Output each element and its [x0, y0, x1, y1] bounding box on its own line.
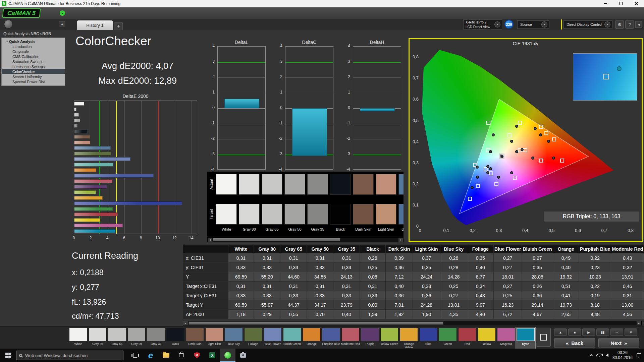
start-button[interactable]	[0, 349, 16, 362]
patch-gray-65[interactable]: Gray 65	[107, 327, 127, 349]
de-bar-blue-flower	[74, 157, 130, 161]
table-horizontal-scrollbar[interactable]: ◄ ►	[183, 321, 642, 325]
patch-light-skin[interactable]: Light Skin	[205, 327, 224, 349]
task-view-button[interactable]	[127, 349, 143, 362]
sidebar-item-saturation-sweeps[interactable]: Saturation Sweeps	[2, 59, 65, 64]
table-cell: 0,25	[440, 282, 467, 291]
de-bar-gray-50	[74, 119, 80, 122]
cie-measured-orange	[547, 140, 550, 143]
patch-dark-skin[interactable]: Dark Skin	[185, 327, 205, 349]
excel-button[interactable]: X	[205, 349, 220, 362]
settings-button[interactable]: ⚙	[615, 20, 624, 29]
play-button[interactable]: ▶	[582, 328, 595, 336]
swatch-label: Black	[330, 227, 351, 231]
mcafee-button[interactable]: M	[189, 349, 205, 362]
sidebar-item-luminance-sweeps[interactable]: Luminance Sweeps	[2, 64, 65, 69]
sidebar-root-quick-analysis[interactable]: ▾Quick Analysis	[2, 39, 65, 44]
file-explorer-button[interactable]	[158, 349, 174, 362]
snipping-tool-button[interactable]	[235, 349, 251, 362]
next-button[interactable]: Next »	[598, 338, 639, 348]
table-cell: 44,37	[280, 300, 307, 310]
network-icon[interactable]	[596, 354, 602, 357]
taskbar-search[interactable]	[16, 351, 123, 360]
help-button[interactable]: ?	[625, 20, 634, 29]
patch-gray-80[interactable]: Gray 80	[88, 327, 107, 349]
scroll-left-icon[interactable]: ◄	[183, 321, 188, 325]
patch-blue[interactable]: Blue	[419, 327, 438, 349]
table-cell: 9,48	[579, 310, 611, 319]
axis-tick: -1	[211, 121, 215, 125]
swatch-horizontal-scrollbar[interactable]: ◄ ►	[207, 237, 404, 242]
patch-blue-sky[interactable]: Blue Sky	[224, 327, 244, 349]
edge-button[interactable]: e	[143, 349, 158, 362]
patch-yellow[interactable]: Yellow	[477, 327, 496, 349]
volume-icon[interactable]	[606, 354, 608, 357]
maximize-button[interactable]	[613, 0, 629, 7]
current-reading-x: x: 0,2188	[72, 268, 104, 277]
patch-bluish-green[interactable]: Bluish Green	[282, 327, 302, 349]
patch-purplish-blue[interactable]: Purplish Blue	[321, 327, 341, 349]
pattern-window-button[interactable]	[536, 328, 551, 347]
stop-button[interactable]: ■	[568, 328, 581, 336]
patch-red[interactable]: Red	[458, 327, 477, 349]
sidebar-item-screen-uniformity[interactable]: Screen Uniformity	[2, 74, 65, 79]
add-tab-button[interactable]: +	[114, 22, 123, 30]
taskbar-search-input[interactable]	[25, 353, 120, 358]
patch-orange-yellow[interactable]: Orange Yellow	[399, 327, 419, 349]
sidebar-item-introduction[interactable]: Introduction	[2, 44, 65, 49]
patch-orange[interactable]: Orange	[302, 327, 321, 349]
table-cell: 0,37	[413, 253, 440, 263]
action-center-icon[interactable]	[637, 353, 641, 357]
logo-menu-button[interactable]: ▼	[60, 10, 65, 16]
patch-blue-flower[interactable]: Blue Flower	[263, 327, 282, 349]
axis-tick: 0	[419, 228, 421, 233]
patch-swatch	[400, 328, 418, 341]
pause-button[interactable]: ▮▮	[596, 328, 609, 336]
back-button[interactable]: « Back	[554, 338, 595, 348]
scroll-left-icon[interactable]: ◄	[208, 238, 212, 242]
swatch-actual-gray-50	[284, 174, 305, 195]
patch-white[interactable]: White	[68, 327, 88, 349]
patch-green[interactable]: Green	[438, 327, 458, 349]
scrollbar-thumb[interactable]	[189, 321, 443, 325]
eject-button[interactable]: ▲	[554, 328, 567, 336]
meter-status-badge[interactable]: 229	[504, 20, 514, 29]
patch-black[interactable]: Black	[166, 327, 185, 349]
meter-dropdown-arrow[interactable]: ▼	[494, 21, 500, 27]
scroll-right-icon[interactable]: ►	[637, 321, 641, 325]
axis-tick: 0,7	[601, 228, 607, 233]
patch-moderate-red[interactable]: Moderate Red	[341, 327, 360, 349]
patch-foliage[interactable]: Foliage	[244, 327, 263, 349]
more-button[interactable]: ▼	[625, 328, 637, 336]
patch-magenta[interactable]: Magenta	[496, 327, 516, 349]
swatch-target-gray-35	[307, 204, 328, 225]
table-row-x-cie31: x: CIE310,310,310,310,310,310,260,390,37…	[183, 253, 644, 263]
patch-gray-35[interactable]: Gray 35	[146, 327, 166, 349]
patch-purple[interactable]: Purple	[360, 327, 380, 349]
patch-gray-50[interactable]: Gray 50	[127, 327, 146, 349]
app-menu-button[interactable]	[4, 20, 13, 28]
source-dropdown-arrow[interactable]: ▼	[541, 21, 547, 27]
minimize-button[interactable]	[598, 0, 613, 7]
tray-expand-icon[interactable]	[589, 354, 593, 358]
windows-store-button[interactable]	[174, 349, 189, 362]
sidebar-item-colorchecker[interactable]: ColorChecker	[2, 69, 65, 74]
tab-history-1[interactable]: History 1	[77, 20, 113, 30]
axis-tick: 0,5	[548, 228, 554, 233]
sidebar-item-cms-calibration[interactable]: CMS Calibration	[2, 54, 65, 59]
patch-cyan[interactable]: Cyan	[516, 327, 535, 349]
display-control-dropdown-arrow[interactable]: ▼	[604, 21, 610, 27]
scrollbar-thumb[interactable]	[213, 238, 340, 241]
loop-button[interactable]: ∞	[610, 328, 623, 336]
close-button[interactable]	[629, 0, 644, 7]
sidebar-item-grayscale[interactable]: Grayscale	[2, 49, 65, 54]
sidebar-item-spectral-power-dist[interactable]: Spectral Power Dist.	[2, 79, 65, 84]
scroll-right-icon[interactable]: ►	[398, 238, 403, 242]
clock[interactable]: 03:26 30.04.2016	[612, 350, 633, 360]
table-cell: 0,22	[579, 253, 611, 263]
patch-yellow-green[interactable]: Yellow Green	[380, 327, 399, 349]
sidebar-collapse-button[interactable]: ◀	[59, 21, 65, 27]
right-panel-collapse-button[interactable]: ◀	[635, 21, 642, 28]
table-cell: 0,35	[522, 263, 553, 272]
calman-taskbar-button[interactable]	[220, 349, 235, 362]
